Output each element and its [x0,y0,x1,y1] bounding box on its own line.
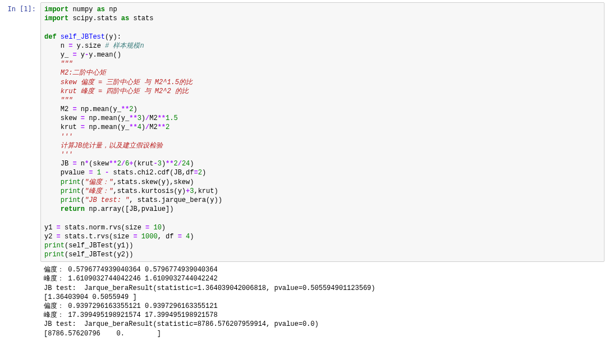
input-area: import numpy as np import scipy.stats as… [40,2,605,338]
code-input[interactable]: import numpy as np import scipy.stats as… [40,2,605,262]
stdout-output: 偏度： 0.5796774939040364 0.579677493904036… [40,262,605,338]
input-prompt: In [1]: [0,2,40,338]
notebook-cell: In [1]: import numpy as np import scipy.… [0,0,609,344]
